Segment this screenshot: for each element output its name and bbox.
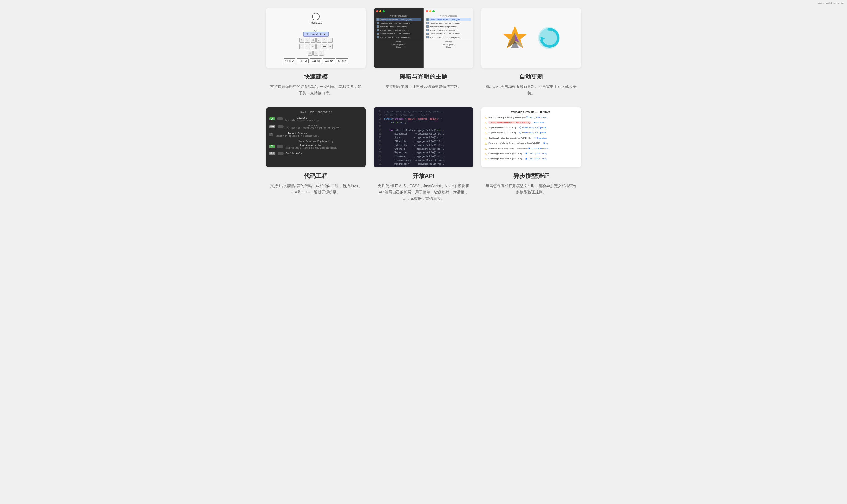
code-line-27: 27 "use strict"; (377, 121, 471, 125)
fast-modeling-desc: 支持快速编辑中的许多缩写，一次创建元素和关系，如子类，支持接口等。 (270, 84, 362, 96)
usetab-toggle[interactable]: OFF (269, 125, 275, 128)
val-row-5: ⚠ Conflict with inherited operations. (U… (485, 137, 578, 141)
tb-btn-14[interactable]: ◻ (313, 51, 318, 56)
tb-btn-13[interactable]: ◻ (308, 51, 312, 56)
uml-interface: Interface1 (310, 13, 322, 24)
dark-diagram-1[interactable]: Library Domain Model — Library Dom... (376, 18, 421, 21)
line-num-26: 26 (377, 118, 381, 121)
dark-diagram-6[interactable]: Apache Tomcat 7 Server — Apache... (376, 36, 421, 38)
theme-image: Working Diagrams Library Domain Model — … (374, 8, 473, 68)
tb-btn-5[interactable]: ↗ (322, 38, 327, 42)
code-content-30: NodeDomain = app.getModule("uti... (384, 132, 446, 136)
tb-btn-9[interactable]: ⬡ (311, 44, 316, 49)
toolbar-row-3: ◻ ◻ ◻ (308, 51, 324, 56)
val-text-7: Duplicated generalizations. (UML007) — ▣… (488, 147, 549, 150)
dark-diagram-3[interactable]: Abstract Factory Design Pattern (376, 25, 421, 28)
tb-btn-4[interactable]: ◈ (316, 38, 321, 42)
classes-row: Class2 Class3 Class4 Class5 Class6 (284, 58, 348, 64)
class5-box: Class5 (323, 58, 335, 64)
dark-diagram-4[interactable]: Android Camera Implementation... (376, 29, 421, 32)
dark-class-item: Class (376, 46, 421, 48)
dark-toolbox-label: Toolbox (376, 40, 421, 42)
dark-diagram-2[interactable]: StandardProfileL2 — UMLStandard... (376, 22, 421, 24)
dark-icon-5 (377, 33, 379, 35)
tb-btn-12[interactable]: ⇒ (328, 44, 332, 49)
javadoc-label-group: JavaDoc Generate JavaDoc comments. (285, 116, 319, 122)
code-line-38: 38 MenuManager = app.getModule("men... (377, 162, 471, 166)
tb-btn-8[interactable]: ⬡ (305, 44, 310, 49)
useassoc-toggle[interactable]: ON (269, 145, 275, 148)
dark-icon-1 (377, 18, 379, 21)
auto-update-title: 自动更新 (519, 73, 543, 81)
dark-icon-2 (377, 22, 379, 24)
line-num-36: 36 (377, 155, 381, 158)
tb-btn-3[interactable]: ⬡ (311, 38, 316, 42)
javadoc-toggle[interactable]: ON (269, 118, 275, 121)
indent-row: 4 Indent Spaces Number of spaces for ind… (269, 132, 362, 137)
code-engineering-desc: 支持主要编程语言的代码生成和逆向工程，包括Java，C＃和C ++，通过开源扩展… (270, 183, 362, 196)
dot-yellow-dark (379, 10, 381, 13)
validation-mockup: Validation Results — 88 errors. ⚠ Name i… (481, 107, 581, 167)
code-content-36: Commands = app.getModule("com... (384, 155, 445, 158)
val-row-9: ⚠ Circular generalizations. (UML009) — ▣… (485, 157, 578, 161)
val-text-9: Circular generalizations. (UML009) — ▣ C… (488, 157, 546, 160)
uml-arrow-down (312, 26, 320, 32)
code-line-26: 26 define(function (require, exports, mo… (377, 118, 471, 121)
tb-btn-15[interactable]: ◻ (319, 51, 324, 56)
warning-icon-7: ⚠ (485, 147, 487, 151)
tb-btn-7[interactable]: ◻ (299, 44, 304, 49)
javadoc-sub: Generate JavaDoc comments. (285, 119, 319, 122)
tb-btn-6[interactable]: ← (328, 38, 332, 42)
auto-update-desc: StarUML会自动检查最新更新。不再需要手动下载和安装。 (485, 84, 577, 96)
code-content-38: MenuManager = app.getModule("men... (384, 162, 446, 166)
line-num-30: 30 (377, 132, 381, 136)
tb-btn-10[interactable]: — (316, 44, 321, 49)
useassoc-label: Use Association (285, 144, 338, 147)
code-content-26: define(function (require, exports, modul… (384, 118, 442, 121)
code-line-24: 24 /*jslint vars: true, plusplus: true, … (377, 110, 471, 114)
async-validation-title: 异步模型验证 (513, 172, 549, 180)
val-text-1: Name is already defined. (UML002) — ⓟ Pa… (488, 116, 547, 119)
refresh-icon (537, 26, 561, 50)
dot-red-light (426, 10, 428, 13)
interface-label: Interface1 (310, 21, 322, 24)
feature-card-fast-modeling: Interface1 ✎ Class1 ⚙ ★ (266, 8, 366, 96)
class6-box: Class6 (336, 58, 348, 64)
light-diagram-3[interactable]: Abstract Factory Design Pattern (426, 25, 471, 28)
publiconly-label: Public Only (286, 152, 302, 155)
interface-circle (312, 13, 320, 20)
tb-btn-11[interactable]: ⟶ (322, 44, 327, 49)
light-toolbox-label: Toolbox (426, 40, 471, 42)
val-row-3: ⚠ Signature conflict. (UML004) — ⓞ Opera… (485, 126, 578, 130)
dark-diagram-5[interactable]: StandardProfileL3 — UMLStandard... (376, 32, 421, 35)
line-num-28: 28 (377, 125, 381, 129)
line-num-39: 39 (377, 166, 381, 167)
code-content-35: Repository = app.getModule("cor... (384, 151, 445, 155)
code-content-33: FileSystem = app.getModule("fil... (384, 144, 445, 147)
light-diagram-2[interactable]: StandardProfileL2 — UMLStandard... (426, 22, 471, 24)
validation-title: Validation Results — 88 errors. (485, 111, 578, 114)
tb-btn-1[interactable]: ⬡ (299, 38, 304, 42)
tb-btn-2[interactable]: ▷ (305, 38, 310, 42)
val-text-2: Conflict with inherited attributes. (UML… (488, 121, 545, 124)
light-diagram-5[interactable]: StandardProfileL3 — UMLStandard... (426, 32, 471, 35)
reverse-title: Java Reverse Engineering (269, 140, 362, 143)
light-icon-1 (427, 18, 429, 21)
indent-label-group: Indent Spaces Number of spaces for inden… (276, 132, 319, 137)
indent-value[interactable]: 4 (269, 133, 273, 136)
light-diagram-6[interactable]: Apache Tomcat 7 Server — Apache... (426, 36, 471, 38)
line-num-35: 35 (377, 151, 381, 155)
light-icon-2 (427, 22, 429, 24)
publiconly-row: OFF Public Only (269, 152, 362, 155)
usetab-label: Use Tab (286, 124, 341, 127)
watermark: www.itestdown.com (817, 2, 844, 5)
light-diagram-4[interactable]: Android Camera Implementation... (426, 29, 471, 32)
val-text-3: Signature conflict. (UML004) — ⓞ Operati… (488, 126, 547, 129)
publiconly-toggle[interactable]: OFF (269, 152, 275, 155)
code-content-39: DiagramManager = app.getModule("dia... (384, 166, 446, 167)
auto-update-image (481, 8, 581, 68)
light-diagram-1[interactable]: Library Domain Model — Library Do... (426, 18, 471, 21)
warning-icon-2: ⚠ (485, 121, 487, 125)
val-row-8: ⚠ Circular generalizations. (UML008) — ▣… (485, 152, 578, 156)
val-text-8: Circular generalizations. (UML008) — ▣ C… (488, 152, 546, 155)
